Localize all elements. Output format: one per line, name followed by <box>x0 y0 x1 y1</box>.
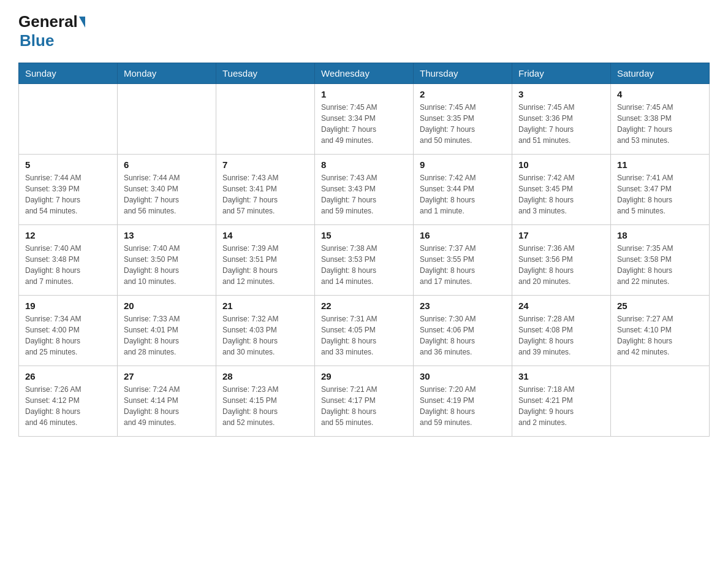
day-info: Sunrise: 7:31 AM Sunset: 4:05 PM Dayligh… <box>321 313 407 358</box>
day-number: 2 <box>420 89 506 99</box>
calendar-cell: 16Sunrise: 7:37 AM Sunset: 3:55 PM Dayli… <box>414 225 512 296</box>
calendar-cell: 30Sunrise: 7:20 AM Sunset: 4:19 PM Dayli… <box>414 366 512 437</box>
calendar-cell <box>216 84 315 155</box>
calendar-cell: 20Sunrise: 7:33 AM Sunset: 4:01 PM Dayli… <box>118 296 216 366</box>
calendar-cell <box>611 366 710 437</box>
calendar-cell: 23Sunrise: 7:30 AM Sunset: 4:06 PM Dayli… <box>414 296 512 366</box>
calendar-cell: 1Sunrise: 7:45 AM Sunset: 3:34 PM Daylig… <box>315 84 414 155</box>
day-number: 13 <box>124 230 210 240</box>
day-number: 8 <box>321 159 407 170</box>
day-number: 1 <box>321 89 407 99</box>
day-info: Sunrise: 7:21 AM Sunset: 4:17 PM Dayligh… <box>321 384 407 428</box>
day-info: Sunrise: 7:43 AM Sunset: 3:41 PM Dayligh… <box>222 172 308 216</box>
day-number: 6 <box>124 159 210 170</box>
day-number: 15 <box>321 230 407 240</box>
calendar-cell: 15Sunrise: 7:38 AM Sunset: 3:53 PM Dayli… <box>315 225 414 296</box>
calendar-cell: 21Sunrise: 7:32 AM Sunset: 4:03 PM Dayli… <box>216 296 315 366</box>
logo-general: General <box>18 12 85 31</box>
calendar-cell: 26Sunrise: 7:26 AM Sunset: 4:12 PM Dayli… <box>19 366 118 437</box>
day-number: 10 <box>518 159 604 170</box>
day-number: 9 <box>420 159 506 170</box>
calendar-cell: 12Sunrise: 7:40 AM Sunset: 3:48 PM Dayli… <box>19 225 118 296</box>
logo-arrow-icon <box>79 17 85 28</box>
calendar-cell: 8Sunrise: 7:43 AM Sunset: 3:43 PM Daylig… <box>315 155 414 225</box>
calendar-cell <box>118 84 216 155</box>
day-number: 12 <box>25 230 111 240</box>
day-number: 30 <box>420 371 506 381</box>
day-info: Sunrise: 7:45 AM Sunset: 3:36 PM Dayligh… <box>518 102 604 146</box>
calendar-cell: 7Sunrise: 7:43 AM Sunset: 3:41 PM Daylig… <box>216 155 315 225</box>
day-info: Sunrise: 7:24 AM Sunset: 4:14 PM Dayligh… <box>124 384 210 428</box>
day-info: Sunrise: 7:26 AM Sunset: 4:12 PM Dayligh… <box>25 384 111 428</box>
day-number: 31 <box>518 371 604 381</box>
day-number: 21 <box>222 301 308 311</box>
calendar-cell: 14Sunrise: 7:39 AM Sunset: 3:51 PM Dayli… <box>216 225 315 296</box>
calendar-cell: 19Sunrise: 7:34 AM Sunset: 4:00 PM Dayli… <box>19 296 118 366</box>
calendar-week-3: 12Sunrise: 7:40 AM Sunset: 3:48 PM Dayli… <box>19 225 710 296</box>
day-number: 11 <box>617 159 703 170</box>
day-info: Sunrise: 7:39 AM Sunset: 3:51 PM Dayligh… <box>222 243 308 287</box>
calendar-cell: 13Sunrise: 7:40 AM Sunset: 3:50 PM Dayli… <box>118 225 216 296</box>
day-number: 25 <box>617 301 703 311</box>
calendar-cell: 2Sunrise: 7:45 AM Sunset: 3:35 PM Daylig… <box>414 84 512 155</box>
day-number: 28 <box>222 371 308 381</box>
day-info: Sunrise: 7:23 AM Sunset: 4:15 PM Dayligh… <box>222 384 308 428</box>
calendar-cell: 10Sunrise: 7:42 AM Sunset: 3:45 PM Dayli… <box>512 155 611 225</box>
day-number: 23 <box>420 301 506 311</box>
page-header: General Blue <box>18 12 710 50</box>
weekday-header-thursday: Thursday <box>414 63 512 84</box>
day-number: 18 <box>617 230 703 240</box>
day-info: Sunrise: 7:45 AM Sunset: 3:38 PM Dayligh… <box>617 102 703 146</box>
logo-blue-text: Blue <box>20 31 54 50</box>
day-info: Sunrise: 7:35 AM Sunset: 3:58 PM Dayligh… <box>617 243 703 287</box>
day-number: 3 <box>518 89 604 99</box>
day-info: Sunrise: 7:45 AM Sunset: 3:34 PM Dayligh… <box>321 102 407 146</box>
day-number: 27 <box>124 371 210 381</box>
day-number: 4 <box>617 89 703 99</box>
calendar-cell: 4Sunrise: 7:45 AM Sunset: 3:38 PM Daylig… <box>611 84 710 155</box>
day-info: Sunrise: 7:20 AM Sunset: 4:19 PM Dayligh… <box>420 384 506 428</box>
day-info: Sunrise: 7:45 AM Sunset: 3:35 PM Dayligh… <box>420 102 506 146</box>
day-number: 14 <box>222 230 308 240</box>
day-number: 16 <box>420 230 506 240</box>
calendar-week-5: 26Sunrise: 7:26 AM Sunset: 4:12 PM Dayli… <box>19 366 710 437</box>
day-info: Sunrise: 7:42 AM Sunset: 3:44 PM Dayligh… <box>420 172 506 216</box>
calendar-cell: 9Sunrise: 7:42 AM Sunset: 3:44 PM Daylig… <box>414 155 512 225</box>
calendar-cell: 11Sunrise: 7:41 AM Sunset: 3:47 PM Dayli… <box>611 155 710 225</box>
day-info: Sunrise: 7:40 AM Sunset: 3:50 PM Dayligh… <box>124 243 210 287</box>
calendar-cell: 18Sunrise: 7:35 AM Sunset: 3:58 PM Dayli… <box>611 225 710 296</box>
day-info: Sunrise: 7:28 AM Sunset: 4:08 PM Dayligh… <box>518 313 604 358</box>
day-info: Sunrise: 7:44 AM Sunset: 3:40 PM Dayligh… <box>124 172 210 216</box>
calendar-week-1: 1Sunrise: 7:45 AM Sunset: 3:34 PM Daylig… <box>19 84 710 155</box>
calendar-cell <box>19 84 118 155</box>
day-info: Sunrise: 7:43 AM Sunset: 3:43 PM Dayligh… <box>321 172 407 216</box>
day-info: Sunrise: 7:27 AM Sunset: 4:10 PM Dayligh… <box>617 313 703 358</box>
day-info: Sunrise: 7:34 AM Sunset: 4:00 PM Dayligh… <box>25 313 111 358</box>
day-info: Sunrise: 7:32 AM Sunset: 4:03 PM Dayligh… <box>222 313 308 358</box>
calendar-cell: 3Sunrise: 7:45 AM Sunset: 3:36 PM Daylig… <box>512 84 611 155</box>
weekday-header-wednesday: Wednesday <box>315 63 414 84</box>
day-info: Sunrise: 7:38 AM Sunset: 3:53 PM Dayligh… <box>321 243 407 287</box>
calendar-cell: 28Sunrise: 7:23 AM Sunset: 4:15 PM Dayli… <box>216 366 315 437</box>
day-number: 24 <box>518 301 604 311</box>
calendar-cell: 29Sunrise: 7:21 AM Sunset: 4:17 PM Dayli… <box>315 366 414 437</box>
day-info: Sunrise: 7:44 AM Sunset: 3:39 PM Dayligh… <box>25 172 111 216</box>
logo: General Blue <box>18 12 85 50</box>
calendar-header-row: SundayMondayTuesdayWednesdayThursdayFrid… <box>19 63 710 84</box>
day-number: 19 <box>25 301 111 311</box>
calendar-cell: 22Sunrise: 7:31 AM Sunset: 4:05 PM Dayli… <box>315 296 414 366</box>
day-number: 29 <box>321 371 407 381</box>
weekday-header-friday: Friday <box>512 63 611 84</box>
calendar-cell: 17Sunrise: 7:36 AM Sunset: 3:56 PM Dayli… <box>512 225 611 296</box>
day-number: 20 <box>124 301 210 311</box>
day-info: Sunrise: 7:41 AM Sunset: 3:47 PM Dayligh… <box>617 172 703 216</box>
day-number: 5 <box>25 159 111 170</box>
day-info: Sunrise: 7:37 AM Sunset: 3:55 PM Dayligh… <box>420 243 506 287</box>
day-number: 26 <box>25 371 111 381</box>
calendar-week-2: 5Sunrise: 7:44 AM Sunset: 3:39 PM Daylig… <box>19 155 710 225</box>
calendar-table: SundayMondayTuesdayWednesdayThursdayFrid… <box>18 63 710 437</box>
weekday-header-saturday: Saturday <box>611 63 710 84</box>
day-info: Sunrise: 7:30 AM Sunset: 4:06 PM Dayligh… <box>420 313 506 358</box>
day-info: Sunrise: 7:36 AM Sunset: 3:56 PM Dayligh… <box>518 243 604 287</box>
day-info: Sunrise: 7:42 AM Sunset: 3:45 PM Dayligh… <box>518 172 604 216</box>
